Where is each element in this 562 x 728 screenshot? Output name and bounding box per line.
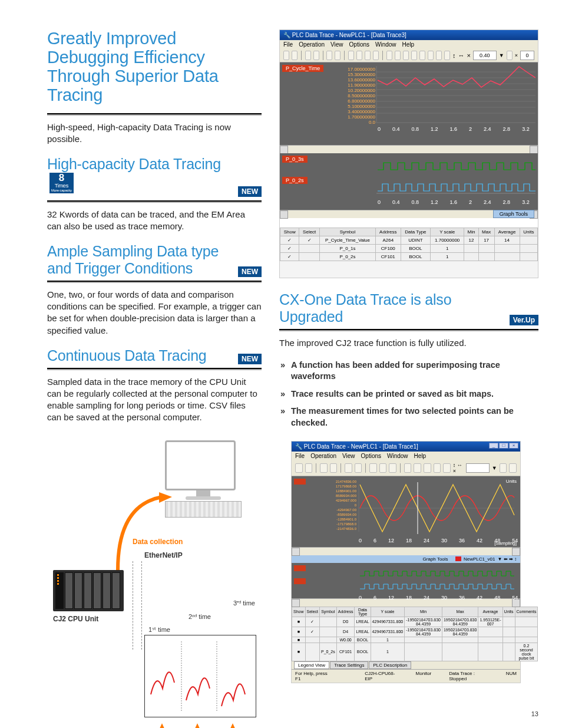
toolbar-button[interactable] [305,463,313,473]
toolbar-button[interactable] [419,51,425,60]
arrow-curve-icon [112,487,183,576]
tab[interactable]: Trace Settings [330,661,368,669]
up-arrow-icon [156,723,168,728]
toolbar-button[interactable] [500,463,507,473]
toolbar-button[interactable] [283,51,289,60]
table-row[interactable]: ■✓D4LREAL4294967331.800-19502184703.830 … [292,627,538,637]
toolbar-button[interactable] [292,51,297,60]
table-row[interactable]: ✓P_0_1sCF100BOOL1 [280,245,538,253]
toolbar-button[interactable] [443,463,451,473]
horizontal-scrollbar[interactable] [280,145,538,153]
toolbar-button[interactable] [345,463,352,473]
zoom-out-icon[interactable] [414,463,421,473]
table-header[interactable]: Symbol [319,607,336,617]
table-header[interactable]: Min [464,228,478,236]
tab-strip[interactable]: Legend ViewTrace SettingsPLC Description [292,661,520,669]
toolbar-button[interactable] [335,51,340,60]
table-header[interactable]: Show [280,228,299,236]
label-2nd-time: 2ⁿᵈ time [189,613,211,621]
toolbar-button[interactable] [355,463,362,473]
menu-item[interactable]: Operation [310,453,336,459]
table-header[interactable]: Select [305,607,319,617]
table-row[interactable]: ■P_0_2sCF101BOOL10.2 second clock pulse … [292,643,538,661]
table-row[interactable]: ■W0.00BOOL1 [292,637,538,643]
toolbar-button[interactable] [373,51,379,60]
table-header[interactable]: Max [442,607,478,617]
maximize-icon[interactable]: □ [499,443,508,449]
table-row[interactable]: ■✓D0LREAL4294967331.800-19502184703.830 … [292,617,538,627]
toolbar-button[interactable] [295,463,303,473]
table-header[interactable]: Show [292,607,306,617]
toolbar-button[interactable] [348,51,354,60]
horizontal-scrollbar[interactable] [292,547,520,555]
menu-item[interactable]: Help [414,453,427,459]
help-icon[interactable] [326,51,332,60]
toolbar-button[interactable] [369,463,377,473]
table-header[interactable]: Data Type [401,228,431,236]
page-title: Greatly Improved Debugging Efficiency Th… [47,29,262,105]
table-header[interactable]: Units [520,228,537,236]
menu-item[interactable]: View [330,41,343,48]
zoom-input[interactable] [473,51,497,60]
toolbar-button[interactable] [365,51,371,60]
toolbar[interactable]: ↕ ↔ × ▼ × [280,49,538,62]
table-row[interactable]: ✓P_0_2sCF101BOOL1 [280,253,538,261]
zoom-input-2[interactable] [520,51,534,60]
zoom-fit-icon[interactable] [403,51,409,60]
table-header[interactable]: Address [375,228,401,236]
toolbar-button[interactable] [411,51,417,60]
menubar[interactable]: FileOperationViewOptionsWindowHelp [292,452,520,460]
table-header[interactable]: Units [503,607,515,617]
table-header[interactable]: Symbol [320,228,376,236]
tab[interactable]: Legend View [294,661,329,669]
zoom-in-icon[interactable] [386,51,392,60]
menu-item[interactable]: File [295,453,305,459]
menubar[interactable]: FileOperationViewOptionsWindowHelp [280,40,538,49]
table-header[interactable]: Y scale [431,228,464,236]
window-buttons[interactable]: _ □ × [489,443,518,449]
toolbar-button[interactable] [356,51,362,60]
graph-tools-tab[interactable]: Graph Tools [493,210,534,218]
table-header[interactable]: Data Type [355,607,371,617]
tab[interactable]: PLC Description [369,661,411,669]
toolbar-button[interactable] [428,51,434,60]
toolbar-button[interactable] [389,463,396,473]
toolbar-button[interactable] [330,463,338,473]
table-header[interactable]: Average [494,228,520,236]
toolbar-button[interactable] [444,51,450,60]
toolbar-button[interactable] [305,51,311,60]
menu-item[interactable]: Options [361,453,381,459]
menu-item[interactable]: View [342,453,355,459]
menu-item[interactable]: Window [375,41,396,48]
minimize-icon[interactable]: _ [489,443,498,449]
toolbar-button[interactable] [434,463,441,473]
toolbar-button[interactable] [313,51,319,60]
toolbar-button[interactable] [320,463,328,473]
graph-tools-legend[interactable]: Graph Tools NewPLC1_v01 ▼ ⬅ ➡ ↕ [292,555,520,563]
zoom-out-icon[interactable] [395,51,401,60]
table-header[interactable]: Address [336,607,355,617]
table-header[interactable]: Comments [515,607,538,617]
table-header[interactable]: Max [478,228,494,236]
menu-item[interactable]: Window [387,453,408,459]
table-header[interactable]: Average [478,607,503,617]
table-header[interactable]: Min [405,607,442,617]
menu-item[interactable]: Options [349,41,369,48]
toolbar-button[interactable] [507,51,513,60]
menu-item[interactable]: Help [402,41,415,48]
zoom-in-icon[interactable] [404,463,412,473]
trace-data-table-2[interactable]: ShowSelectSymbolAddressData TypeY scaleM… [292,607,538,661]
menu-item[interactable]: Operation [299,41,325,48]
trace-data-table[interactable]: ShowSelectSymbolAddressData TypeY scaleM… [280,228,538,261]
close-icon[interactable]: × [509,443,518,449]
toolbar-button[interactable] [436,51,442,60]
toolbar-button[interactable] [379,463,387,473]
table-header[interactable]: Select [299,228,320,236]
table-row[interactable]: ✓✓P_Cycle_Time_ValueA264UDINT1.700000001… [280,236,538,245]
zoom-input[interactable] [466,463,490,473]
menu-item[interactable]: File [283,41,293,48]
toolbar-button[interactable] [424,463,431,473]
toolbar[interactable]: ↕ ↔ × ▼ [292,460,520,476]
table-header[interactable]: Y scale [371,607,405,617]
toolbar-button[interactable] [509,463,517,473]
